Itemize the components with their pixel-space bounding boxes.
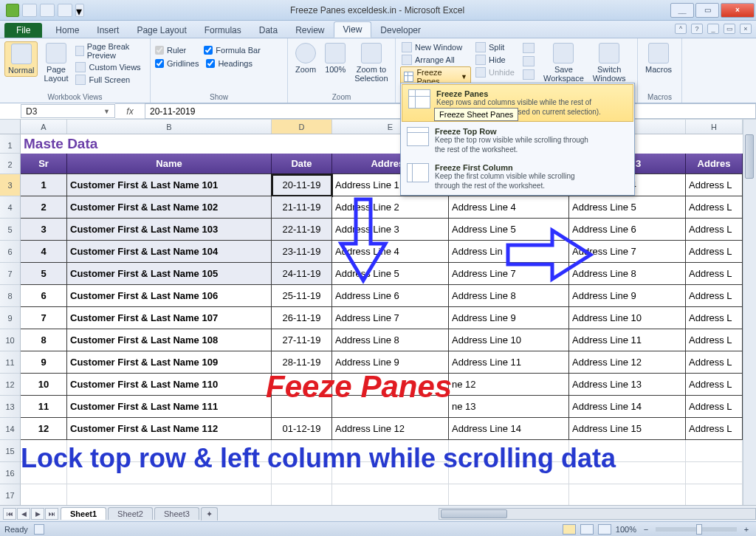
tab-view[interactable]: View: [334, 21, 372, 38]
close-button[interactable]: ×: [721, 3, 755, 18]
cell[interactable]: 10: [21, 374, 67, 396]
cell[interactable]: Customer First & Last Name 108: [67, 329, 272, 351]
unhide-button[interactable]: Unhide: [474, 66, 520, 78]
cell[interactable]: Address L: [686, 329, 743, 351]
redo-icon[interactable]: [58, 4, 72, 17]
row-header[interactable]: 11: [0, 351, 21, 374]
maximize-button[interactable]: [695, 3, 719, 18]
horizontal-scrollbar[interactable]: [439, 508, 756, 520]
select-all-corner[interactable]: [0, 120, 21, 134]
tab-formulas[interactable]: Formulas: [196, 23, 250, 38]
row-header[interactable]: 7: [0, 263, 21, 285]
cell[interactable]: Address L: [686, 418, 743, 440]
cell[interactable]: Address L: [686, 196, 743, 219]
cell[interactable]: 11: [21, 396, 67, 418]
cell[interactable]: [569, 484, 686, 506]
cell[interactable]: Address L: [686, 307, 743, 329]
cell[interactable]: Address L: [686, 374, 743, 396]
view-side-by-side-icon[interactable]: [523, 43, 535, 53]
sync-scroll-icon[interactable]: [523, 56, 535, 66]
cell[interactable]: 20-11-19: [272, 174, 332, 196]
cell[interactable]: Address Line 9: [449, 307, 569, 329]
cell[interactable]: 01-12-19: [272, 418, 332, 440]
col-header-H[interactable]: H: [686, 120, 743, 134]
doc-close-icon[interactable]: ×: [740, 24, 752, 34]
cell[interactable]: Address Line 14: [569, 396, 686, 418]
cell[interactable]: Customer First & Last Name 110: [67, 374, 272, 396]
cell[interactable]: Customer First & Last Name 112: [67, 418, 272, 440]
cell[interactable]: 1: [21, 174, 67, 196]
cell[interactable]: 7: [21, 307, 67, 329]
row-header[interactable]: 5: [0, 219, 21, 241]
macro-record-icon[interactable]: [34, 524, 44, 535]
ruler-checkbox[interactable]: Ruler: [155, 46, 186, 55]
cell[interactable]: Address Line 4: [449, 196, 569, 219]
tab-home[interactable]: Home: [47, 23, 88, 38]
cell[interactable]: Address L: [686, 396, 743, 418]
cell[interactable]: Customer First & Last Name 102: [67, 196, 272, 219]
cell[interactable]: [272, 484, 332, 506]
cell[interactable]: Address Line 11: [449, 351, 569, 374]
row-header[interactable]: 8: [0, 285, 21, 307]
headings-checkbox[interactable]: Headings: [206, 59, 252, 68]
cell[interactable]: Address Line 12: [569, 351, 686, 374]
cell[interactable]: 5: [21, 263, 67, 285]
cell[interactable]: Address L: [686, 174, 743, 196]
tab-data[interactable]: Data: [250, 23, 286, 38]
cell[interactable]: 23-11-19: [272, 241, 332, 263]
cell[interactable]: Customer First & Last Name 104: [67, 241, 272, 263]
cell[interactable]: [449, 484, 569, 506]
help-icon[interactable]: ?: [691, 24, 703, 34]
hscroll-thumb[interactable]: [441, 509, 507, 518]
zoom-slider[interactable]: [656, 527, 737, 532]
cell[interactable]: Address Line 9: [569, 285, 686, 307]
cell[interactable]: Address Line 7: [332, 307, 449, 329]
minimize-button[interactable]: [670, 3, 694, 18]
sheet-tab-2[interactable]: Sheet2: [108, 507, 153, 520]
cell[interactable]: Customer First & Last Name 109: [67, 351, 272, 374]
header-cell[interactable]: Addres: [686, 154, 743, 174]
row-header[interactable]: 2: [0, 154, 21, 174]
vscroll-thumb[interactable]: [745, 134, 754, 179]
cell[interactable]: Address Line 10: [569, 307, 686, 329]
col-header-D[interactable]: D: [272, 120, 332, 134]
tab-insert[interactable]: Insert: [88, 23, 128, 38]
formula-bar-checkbox[interactable]: Formula Bar: [204, 46, 261, 55]
row-header[interactable]: 6: [0, 241, 21, 263]
col-header-A[interactable]: A: [21, 120, 67, 134]
arrange-all-button[interactable]: Arrange All: [400, 54, 471, 66]
sheet-tab-3[interactable]: Sheet3: [154, 507, 199, 520]
cell[interactable]: 9: [21, 351, 67, 374]
row-header[interactable]: 13: [0, 396, 21, 418]
zoom-out-button[interactable]: −: [641, 525, 651, 534]
cell[interactable]: Address Line 11: [569, 329, 686, 351]
fx-icon[interactable]: fx: [115, 103, 145, 119]
page-layout-button[interactable]: Page Layout: [41, 41, 71, 84]
cell[interactable]: Address L: [686, 351, 743, 374]
cell[interactable]: 6: [21, 285, 67, 307]
cell[interactable]: Address Line 13: [569, 374, 686, 396]
full-screen-button[interactable]: Full Screen: [74, 74, 145, 86]
cell[interactable]: Customer First & Last Name 111: [67, 396, 272, 418]
tab-review[interactable]: Review: [286, 23, 333, 38]
qat-customize-icon[interactable]: ▾: [75, 4, 84, 17]
cell[interactable]: [21, 484, 67, 506]
cell[interactable]: 2: [21, 196, 67, 219]
save-workspace-button[interactable]: Save Workspace: [540, 41, 587, 84]
row-header[interactable]: 12: [0, 374, 21, 396]
tab-developer[interactable]: Developer: [371, 23, 430, 38]
cell[interactable]: 21-11-19: [272, 196, 332, 219]
header-cell[interactable]: Name: [67, 154, 272, 174]
save-icon[interactable]: [22, 4, 37, 17]
cell[interactable]: 12: [21, 418, 67, 440]
reset-position-icon[interactable]: [523, 69, 535, 80]
row-header[interactable]: 10: [0, 329, 21, 351]
name-box[interactable]: D3▼: [21, 104, 115, 118]
header-cell[interactable]: Sr: [21, 154, 67, 174]
cell[interactable]: Address Line 8: [449, 285, 569, 307]
cell[interactable]: 27-11-19: [272, 329, 332, 351]
new-sheet-tab[interactable]: ✦: [201, 507, 218, 520]
row-header[interactable]: 3: [0, 174, 21, 196]
cell[interactable]: Address L: [686, 219, 743, 241]
cell[interactable]: [67, 484, 272, 506]
